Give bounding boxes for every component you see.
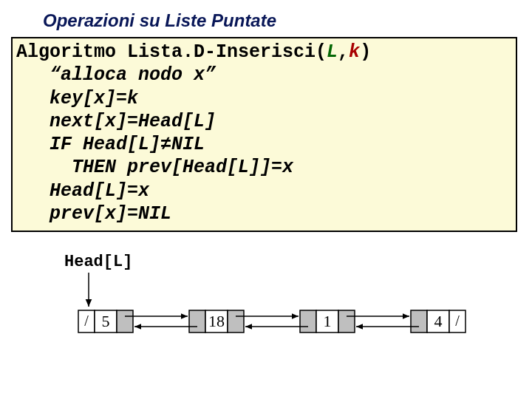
list-node-2: 18 bbox=[189, 310, 244, 332]
slide-title: Operazioni su Liste Puntate bbox=[43, 10, 276, 31]
svg-rect-11 bbox=[427, 310, 449, 332]
code-l1-pre: Algoritmo Lista.D-Inserisci( bbox=[16, 41, 327, 63]
code-l8: prev[x]=NIL bbox=[16, 203, 171, 225]
svg-rect-10 bbox=[411, 310, 427, 332]
code-l1-close: ) bbox=[360, 41, 371, 63]
algorithm-code: Algoritmo Lista.D-Inserisci(L,k) “alloca… bbox=[16, 41, 371, 225]
list-node-3: 1 bbox=[300, 310, 355, 332]
svg-rect-1 bbox=[78, 310, 95, 332]
code-l6: THEN prev[Head[L]]=x bbox=[16, 157, 293, 178]
node4-value: 4 bbox=[434, 312, 443, 330]
svg-rect-7 bbox=[300, 310, 316, 332]
code-l7: Head[L]=x bbox=[16, 180, 149, 202]
node1-value: 5 bbox=[102, 312, 110, 330]
svg-rect-3 bbox=[117, 310, 133, 332]
node3-value: 1 bbox=[324, 312, 332, 330]
code-l1-k: k bbox=[349, 41, 360, 63]
head-label: Head[L] bbox=[64, 253, 132, 271]
svg-rect-8 bbox=[316, 310, 338, 332]
node2-value: 18 bbox=[208, 312, 225, 330]
code-l5: IF Head[L]≠NIL bbox=[16, 134, 205, 155]
svg-rect-9 bbox=[338, 310, 355, 332]
code-l1-L: L bbox=[327, 41, 338, 63]
svg-rect-2 bbox=[95, 310, 117, 332]
svg-rect-6 bbox=[228, 310, 244, 332]
code-l2: “alloca nodo x” bbox=[16, 64, 216, 86]
code-l3: key[x]=k bbox=[16, 88, 138, 109]
node1-prev-nil: / bbox=[84, 313, 89, 329]
node4-next-nil: / bbox=[455, 313, 460, 329]
list-node-1: / 5 bbox=[78, 310, 133, 332]
svg-rect-12 bbox=[449, 310, 466, 332]
code-l4: next[x]=Head[L] bbox=[16, 111, 216, 132]
svg-rect-5 bbox=[205, 310, 228, 332]
svg-rect-4 bbox=[189, 310, 205, 332]
list-node-4: 4 / bbox=[411, 310, 466, 332]
code-l1-comma: , bbox=[338, 41, 349, 63]
